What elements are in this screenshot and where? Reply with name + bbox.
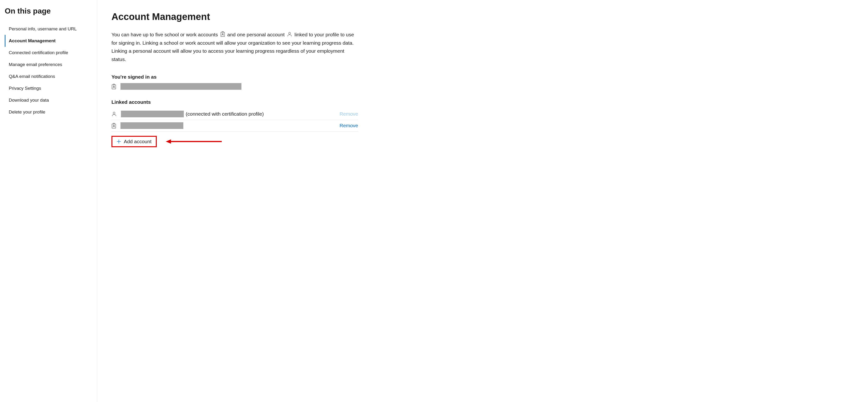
badge-icon	[220, 31, 225, 37]
svg-point-7	[113, 125, 115, 126]
sidebar: On this page Personal info, username and…	[0, 0, 97, 402]
sidebar-item-label: Personal info, username and URL	[9, 26, 76, 31]
sidebar-item-label: Connected certification profile	[9, 50, 68, 55]
svg-marker-11	[166, 139, 171, 144]
sidebar-item-qa-notifications[interactable]: Q&A email notifications	[5, 70, 92, 82]
sidebar-item-label: Delete your profile	[9, 110, 45, 114]
sidebar-item-delete-profile[interactable]: Delete your profile	[5, 106, 92, 118]
person-icon	[112, 111, 117, 117]
add-account-container: Add account	[112, 136, 358, 147]
sidebar-item-label: Account Management	[9, 38, 56, 43]
redacted-account-name	[121, 122, 183, 129]
sidebar-item-privacy[interactable]: Privacy Settings	[5, 82, 92, 94]
person-icon	[287, 32, 292, 37]
svg-point-1	[222, 33, 223, 35]
linked-account-note: (connected with certification profile)	[186, 111, 264, 117]
sidebar-item-email-prefs[interactable]: Manage email preferences	[5, 59, 92, 70]
sidebar-item-download-data[interactable]: Download your data	[5, 94, 92, 106]
add-account-label: Add account	[124, 139, 152, 144]
signed-in-label: You're signed in as	[112, 74, 358, 80]
sidebar-item-connected-cert[interactable]: Connected certification profile	[5, 47, 92, 59]
linked-account-row: Remove	[112, 120, 358, 132]
sidebar-item-label: Privacy Settings	[9, 86, 41, 91]
sidebar-item-label: Download your data	[9, 97, 49, 103]
linked-account-row: (connected with certification profile) R…	[112, 108, 358, 120]
sidebar-item-personal-info[interactable]: Personal info, username and URL	[5, 23, 92, 35]
badge-icon	[112, 123, 116, 128]
sidebar-title: On this page	[5, 7, 92, 16]
main-content: Account Management You can have up to fi…	[97, 0, 372, 402]
plus-icon	[117, 139, 121, 144]
linked-accounts-label: Linked accounts	[112, 99, 358, 105]
sidebar-item-label: Q&A email notifications	[9, 74, 55, 79]
redacted-account-name	[121, 83, 241, 90]
svg-point-5	[113, 112, 115, 114]
svg-point-4	[113, 86, 115, 87]
arrow-annotation-icon	[166, 139, 223, 144]
badge-icon	[112, 84, 116, 89]
sidebar-item-account-management[interactable]: Account Management	[5, 35, 92, 47]
sidebar-nav: Personal info, username and URL Account …	[5, 23, 92, 118]
svg-point-2	[289, 32, 290, 34]
redacted-account-name	[121, 111, 184, 117]
remove-link[interactable]: Remove	[340, 123, 358, 128]
remove-link[interactable]: Remove	[340, 111, 358, 117]
add-account-button[interactable]: Add account	[112, 136, 157, 147]
sidebar-item-label: Manage email preferences	[9, 62, 62, 67]
page-title: Account Management	[112, 11, 358, 22]
signed-in-row	[112, 83, 358, 90]
description-text: You can have up to five school or work a…	[112, 31, 358, 64]
